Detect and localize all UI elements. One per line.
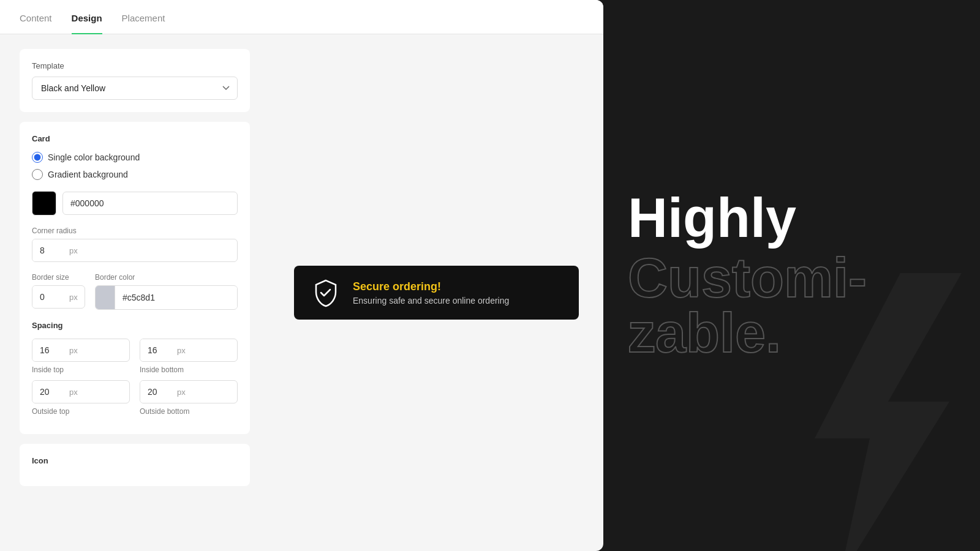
icon-section-title: Icon — [32, 456, 238, 465]
single-color-label: Single color background — [48, 152, 140, 162]
spacing-row-inside: 16 px Inside top 16 px Inside bottom — [32, 339, 238, 374]
corner-radius-input[interactable]: 8 — [32, 239, 69, 261]
outside-top-col: 20 px Outside top — [32, 380, 130, 416]
outside-bottom-input-row: 20 px — [140, 380, 238, 403]
inside-top-label: Inside top — [32, 365, 130, 374]
outside-bottom-unit: px — [177, 381, 192, 403]
hero-line1: Highly — [628, 190, 956, 246]
border-color-label: Border color — [95, 273, 238, 282]
tab-design[interactable]: Design — [72, 1, 102, 34]
template-section: Template Black and Yellow Blue and White… — [20, 49, 250, 112]
outside-bottom-input[interactable]: 20 — [140, 381, 177, 403]
preview-area: Secure ordering! Ensuring safe and secur… — [270, 34, 603, 551]
inside-top-col: 16 px Inside top — [32, 339, 130, 374]
gradient-label: Gradient background — [48, 170, 128, 179]
inside-bottom-col: 16 px Inside bottom — [140, 339, 238, 374]
outside-top-label: Outside top — [32, 407, 130, 416]
bg-color-input[interactable]: #000000 — [62, 192, 238, 215]
outside-top-input[interactable]: 20 — [32, 381, 69, 403]
spacing-row-outside: 20 px Outside top 20 px Outside bottom — [32, 380, 238, 416]
left-panel: Content Design Placement Template Black … — [0, 0, 603, 551]
inside-bottom-label: Inside bottom — [140, 365, 238, 374]
inside-top-input[interactable]: 16 — [32, 339, 69, 361]
border-color-input[interactable]: #c5c8d1 — [115, 287, 237, 309]
hero-text: Highly Customi- zable. — [628, 190, 956, 361]
corner-radius-input-row: 8 px — [32, 239, 238, 262]
tab-placement[interactable]: Placement — [122, 1, 165, 34]
border-size-unit: px — [69, 287, 84, 308]
card-subtitle: Ensuring safe and secure online ordering — [353, 296, 509, 305]
panel-content: Template Black and Yellow Blue and White… — [0, 34, 603, 551]
corner-radius-unit: px — [69, 240, 84, 261]
border-color-input-row: #c5c8d1 — [95, 285, 238, 310]
outside-top-input-row: 20 px — [32, 380, 130, 403]
bg-type-group: Single color background Gradient backgro… — [32, 152, 238, 180]
tab-content[interactable]: Content — [20, 1, 52, 34]
border-size-label: Border size — [32, 273, 85, 282]
spacing-label: Spacing — [32, 321, 238, 330]
form-panel: Template Black and Yellow Blue and White… — [0, 34, 270, 551]
shield-icon — [311, 278, 341, 307]
tabs-bar: Content Design Placement — [0, 0, 603, 34]
corner-radius-row: Corner radius 8 px — [32, 227, 238, 262]
corner-radius-label: Corner radius — [32, 227, 238, 235]
hero-line3: zable. — [628, 305, 956, 361]
bg-color-swatch[interactable] — [32, 191, 56, 216]
card-section: Card Single color background Gradient ba… — [20, 122, 250, 434]
border-color-col: Border color #c5c8d1 — [95, 273, 238, 310]
inside-bottom-input[interactable]: 16 — [140, 339, 177, 361]
right-panel: Highly Customi- zable. — [603, 0, 980, 551]
outside-bottom-label: Outside bottom — [140, 407, 238, 416]
inside-bottom-unit: px — [177, 340, 192, 361]
border-color-swatch[interactable] — [96, 286, 115, 309]
inside-top-input-row: 16 px — [32, 339, 130, 362]
card-preview: Secure ordering! Ensuring safe and secur… — [294, 266, 579, 320]
template-label: Template — [32, 61, 238, 70]
inside-bottom-input-row: 16 px — [140, 339, 238, 362]
outside-top-unit: px — [69, 381, 84, 403]
card-section-title: Card — [32, 134, 238, 143]
radio-gradient[interactable]: Gradient background — [32, 169, 238, 180]
border-size-input[interactable]: 0 — [32, 286, 69, 308]
icon-section: Icon — [20, 444, 250, 486]
template-select[interactable]: Black and Yellow Blue and White Dark Mod… — [32, 77, 238, 100]
radio-single-color[interactable]: Single color background — [32, 152, 238, 163]
border-size-col: Border size 0 px — [32, 273, 85, 310]
border-row: Border size 0 px Border color #c5c8d1 — [32, 273, 238, 310]
card-title: Secure ordering! — [353, 280, 509, 293]
hero-line2: Customi- — [628, 250, 956, 305]
inside-top-unit: px — [69, 340, 84, 361]
card-text: Secure ordering! Ensuring safe and secur… — [353, 280, 509, 305]
bg-color-row: #000000 — [32, 191, 238, 216]
outside-bottom-col: 20 px Outside bottom — [140, 380, 238, 416]
border-size-input-row: 0 px — [32, 285, 85, 309]
